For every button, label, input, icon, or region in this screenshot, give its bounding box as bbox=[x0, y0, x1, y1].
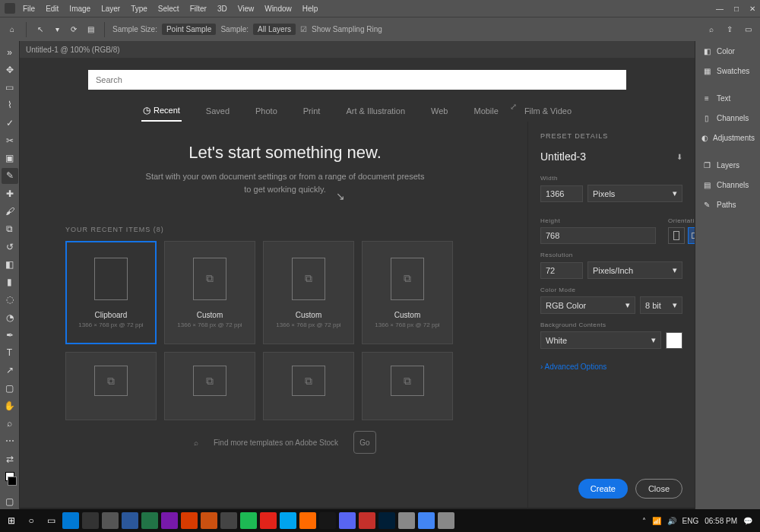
orientation-portrait[interactable] bbox=[668, 227, 685, 244]
preset-card[interactable]: ⧉ Custom 1366 × 768 px @ 72 ppi bbox=[164, 241, 255, 344]
menu-edit[interactable]: Edit bbox=[46, 5, 59, 13]
crop-tool-icon[interactable]: ✂ bbox=[2, 132, 18, 148]
panel-text[interactable]: ≡Text bbox=[695, 88, 760, 108]
taskbar-app-icon[interactable] bbox=[122, 512, 138, 529]
taskbar-app-icon[interactable] bbox=[299, 512, 316, 529]
taskbar-app-icon[interactable] bbox=[359, 512, 375, 529]
taskbar-app-icon[interactable] bbox=[378, 512, 395, 529]
taskbar-app-icon[interactable] bbox=[280, 512, 296, 529]
heal-tool-icon[interactable]: ✚ bbox=[2, 185, 18, 201]
tab-film[interactable]: Film & Video bbox=[523, 102, 573, 120]
tab-saved[interactable]: Saved bbox=[204, 102, 231, 120]
sample-size-select[interactable]: Point Sample bbox=[162, 24, 216, 35]
close-window-icon[interactable]: ✕ bbox=[749, 5, 755, 13]
taskbar-app-icon[interactable] bbox=[319, 512, 336, 529]
menu-layer[interactable]: Layer bbox=[101, 5, 120, 13]
path-tool-icon[interactable]: ↗ bbox=[2, 363, 18, 378]
tab-photo[interactable]: Photo bbox=[254, 102, 279, 120]
orientation-landscape[interactable] bbox=[688, 227, 695, 244]
taskbar-app-icon[interactable] bbox=[161, 512, 178, 529]
menu-select[interactable]: Select bbox=[158, 5, 179, 13]
gradient-tool-icon[interactable]: ▮ bbox=[2, 274, 18, 290]
shape-tool-icon[interactable]: ▢ bbox=[2, 380, 18, 396]
taskbar-app-icon[interactable] bbox=[260, 512, 277, 529]
preset-card[interactable]: ⧉ Custom 1366 × 768 px @ 72 ppi bbox=[362, 241, 453, 344]
blur-tool-icon[interactable]: ◌ bbox=[2, 292, 18, 308]
tray-chevron-icon[interactable]: ˄ bbox=[642, 517, 646, 525]
workspace-icon[interactable]: ▭ bbox=[742, 24, 754, 36]
menu-file[interactable]: File bbox=[23, 5, 35, 13]
unit-select[interactable]: Pixels▾ bbox=[587, 185, 682, 202]
preset-details-tab[interactable]: PRESET DETAILS bbox=[540, 132, 608, 140]
panel-properties[interactable]: ▯Channels bbox=[695, 108, 760, 128]
taskbar-app-icon[interactable] bbox=[82, 512, 99, 529]
preset-card[interactable]: Clipboard 1366 × 768 px @ 72 ppi bbox=[65, 241, 157, 344]
stamp-tool-icon[interactable]: ⧉ bbox=[2, 221, 18, 237]
background-color[interactable] bbox=[2, 476, 18, 492]
tab-web[interactable]: Web bbox=[429, 102, 449, 120]
expand-templates-icon[interactable]: ⤢ bbox=[510, 102, 517, 112]
taskbar-app-icon[interactable] bbox=[141, 512, 158, 529]
go-button[interactable]: Go bbox=[353, 431, 376, 454]
screen-mode-icon[interactable]: ▢ bbox=[2, 493, 18, 509]
task-view-icon[interactable]: ▭ bbox=[43, 512, 59, 529]
bg-select[interactable]: White▾ bbox=[540, 331, 661, 349]
search-icon[interactable]: ⌕ bbox=[705, 24, 717, 36]
advanced-options-toggle[interactable]: › Advanced Options bbox=[540, 363, 682, 371]
more-tools-icon[interactable]: ⋯ bbox=[2, 433, 18, 449]
dodge-tool-icon[interactable]: ◔ bbox=[2, 309, 18, 325]
tab-mobile[interactable]: Mobile bbox=[472, 102, 499, 120]
panel-swatches[interactable]: ▦Swatches bbox=[695, 61, 760, 81]
taskbar-app-icon[interactable] bbox=[181, 512, 198, 529]
menu-view[interactable]: View bbox=[238, 5, 255, 13]
bitdepth-select[interactable]: 8 bit▾ bbox=[640, 296, 682, 314]
colormode-select[interactable]: RGB Color▾ bbox=[540, 296, 635, 314]
menu-3d[interactable]: 3D bbox=[217, 5, 227, 13]
taskbar-app-icon[interactable] bbox=[62, 512, 79, 529]
save-preset-icon[interactable]: ⬇ bbox=[676, 153, 682, 161]
document-tab[interactable]: Untitled-1 @ 100% (RGB/8) bbox=[26, 46, 120, 54]
eraser-tool-icon[interactable]: ◧ bbox=[2, 256, 18, 272]
lasso-tool-icon[interactable]: ⌇ bbox=[2, 97, 18, 113]
share-icon[interactable]: ⇪ bbox=[724, 24, 736, 36]
brush-tool-icon[interactable]: 🖌 bbox=[2, 203, 18, 219]
tray-notifications-icon[interactable]: 💬 bbox=[743, 517, 752, 525]
preset-card[interactable]: ⧉ bbox=[65, 352, 157, 420]
taskbar-app-icon[interactable] bbox=[418, 512, 435, 529]
document-name-input[interactable]: Untitled-3 bbox=[540, 150, 586, 163]
menu-help[interactable]: Help bbox=[302, 5, 318, 13]
menu-type[interactable]: Type bbox=[131, 5, 147, 13]
collapse-tools-icon[interactable]: » bbox=[2, 44, 18, 60]
tab-art[interactable]: Art & Illustration bbox=[344, 102, 407, 120]
maximize-icon[interactable]: □ bbox=[734, 5, 739, 13]
pen-tool-icon[interactable]: ✒ bbox=[2, 327, 18, 343]
template-search-input[interactable] bbox=[88, 70, 626, 90]
panel-color[interactable]: ◧Color bbox=[695, 41, 760, 61]
type-tool-icon[interactable]: T bbox=[2, 345, 18, 361]
preset-card[interactable]: ⧉ Custom 1366 × 768 px @ 72 ppi bbox=[263, 241, 354, 344]
eyedropper-tool-icon[interactable]: ✎ bbox=[2, 168, 18, 184]
tray-clock[interactable]: 06:58 PM bbox=[705, 517, 737, 525]
close-button[interactable]: Close bbox=[635, 479, 682, 499]
show-ring-checkbox[interactable]: ☑ bbox=[300, 25, 307, 33]
tab-print[interactable]: Print bbox=[302, 102, 322, 120]
panel-adjustments[interactable]: ◐Adjustments bbox=[695, 128, 760, 147]
taskbar-app-icon[interactable] bbox=[438, 512, 454, 529]
preset-card[interactable]: ⧉ bbox=[362, 352, 453, 420]
panel-paths[interactable]: ✎Paths bbox=[695, 195, 760, 214]
zoom-tool-icon[interactable]: ⌕ bbox=[2, 416, 18, 432]
preset-card[interactable]: ⧉ bbox=[164, 352, 255, 420]
tray-language[interactable]: ENG bbox=[682, 517, 699, 525]
grid-icon[interactable]: ▤ bbox=[84, 24, 97, 36]
sample-select[interactable]: All Layers bbox=[253, 24, 296, 35]
move-tool-icon[interactable]: ✥ bbox=[2, 62, 18, 78]
swap-colors-icon[interactable]: ⇄ bbox=[2, 451, 18, 467]
search-taskbar-icon[interactable]: ○ bbox=[23, 512, 40, 529]
eyedropper-icon[interactable]: ↖ bbox=[34, 24, 46, 36]
home-icon[interactable]: ⌂ bbox=[6, 24, 18, 36]
menu-image[interactable]: Image bbox=[69, 5, 90, 13]
taskbar-app-icon[interactable] bbox=[240, 512, 257, 529]
rotate-icon[interactable]: ⟳ bbox=[68, 24, 80, 36]
tool-preset-icon[interactable]: ▾ bbox=[51, 24, 63, 36]
quick-select-tool-icon[interactable]: ✓ bbox=[2, 115, 18, 131]
